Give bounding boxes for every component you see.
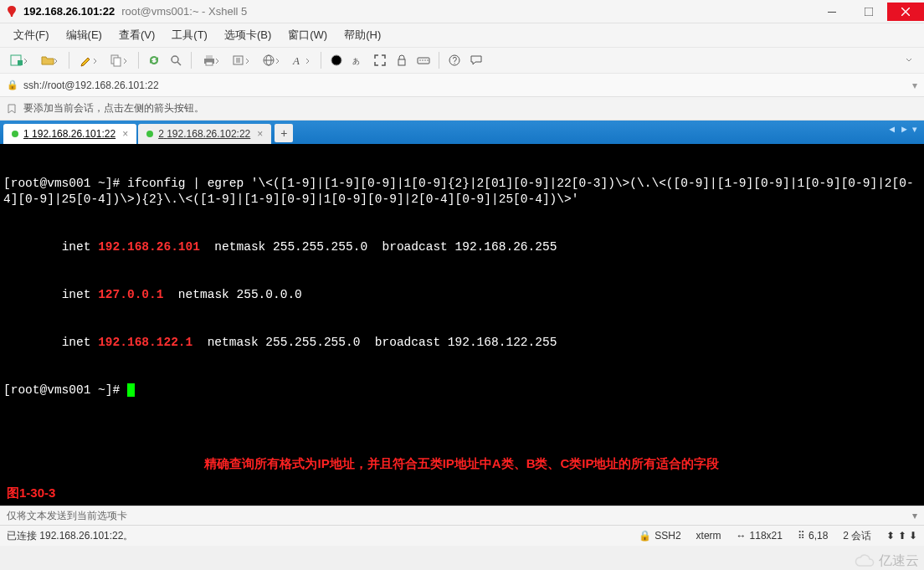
- svg-point-24: [422, 59, 423, 60]
- add-tab-button[interactable]: +: [275, 124, 293, 142]
- tab-label: 192.168.26.102:22: [167, 128, 250, 140]
- terminal-text: inet: [3, 288, 98, 301]
- session-tab-strip: 1 192.168.26.101:22 × 2 192.168.26.102:2…: [0, 121, 924, 144]
- edit-button[interactable]: [74, 50, 103, 70]
- cursor-icon: [127, 383, 135, 397]
- address-bar: 🔒 ssh://root@192.168.26.101:22 ▾: [0, 74, 924, 97]
- menu-tab[interactable]: 选项卡(B): [218, 26, 278, 44]
- send-bar-dropdown-button[interactable]: ▾: [912, 510, 917, 521]
- tab-next-button[interactable]: ►: [900, 124, 909, 135]
- bookmark-arrow-icon[interactable]: [7, 103, 18, 115]
- size-icon: ↔: [737, 530, 747, 542]
- session-tab-2[interactable]: 2 192.168.26.102:22 ×: [138, 124, 271, 144]
- watermark: 亿速云: [854, 552, 919, 570]
- terminal-text: inet: [3, 240, 98, 254]
- tab-label: 192.168.26.101:22: [32, 128, 116, 140]
- menu-help[interactable]: 帮助(H): [337, 26, 388, 44]
- svg-rect-12: [206, 62, 213, 65]
- menu-file[interactable]: 文件(F): [7, 26, 56, 44]
- lock-icon: 🔒: [639, 530, 651, 542]
- toolbar-separator: [321, 52, 321, 69]
- help-button[interactable]: ?: [444, 50, 465, 70]
- window-title-ip: 192.168.26.101:22: [23, 5, 115, 18]
- reconnect-button[interactable]: [144, 50, 164, 70]
- keymap-button[interactable]: [413, 50, 434, 70]
- status-terminal-type: xterm: [696, 530, 721, 542]
- status-bar: 已连接 192.168.26.101:22。 🔒SSH2 xterm ↔118x…: [0, 526, 924, 546]
- lock-button[interactable]: [392, 50, 412, 70]
- status-cursor: ⠿6,18: [798, 530, 828, 542]
- send-bar[interactable]: 仅将文本发送到当前选项卡 ▾: [0, 506, 924, 526]
- terminal[interactable]: [root@vms001 ~]# ifconfig | egrep '\<([1…: [0, 144, 924, 506]
- status-dot-icon: [12, 131, 18, 137]
- fullscreen-button[interactable]: [370, 50, 390, 70]
- terminal-text: inet: [3, 336, 98, 349]
- svg-rect-11: [206, 55, 213, 59]
- svg-line-9: [177, 62, 181, 65]
- menu-window[interactable]: 窗口(W): [281, 26, 334, 44]
- toolbar-separator: [191, 52, 192, 69]
- status-up-down-icons[interactable]: ⬍ ⬆ ⬇: [886, 530, 917, 542]
- tab-prev-button[interactable]: ◄: [887, 124, 896, 135]
- svg-point-8: [172, 56, 178, 63]
- svg-text:?: ?: [453, 56, 458, 65]
- terminal-prompt: [root@vms001 ~]#: [3, 383, 127, 397]
- svg-rect-0: [828, 12, 836, 13]
- svg-rect-1: [865, 8, 873, 16]
- send-bar-text: 仅将文本发送到当前选项卡: [7, 509, 127, 523]
- window-title-rest: root@vms001:~ - Xshell 5: [121, 5, 247, 18]
- svg-rect-21: [398, 59, 405, 65]
- status-protocol: 🔒SSH2: [639, 530, 680, 542]
- svg-point-23: [419, 59, 420, 60]
- tab-close-button[interactable]: ×: [257, 128, 263, 140]
- svg-rect-7: [114, 58, 121, 66]
- new-tab-button[interactable]: [5, 50, 33, 70]
- watermark-text: 亿速云: [879, 552, 919, 570]
- svg-point-25: [424, 59, 425, 60]
- toolbar-separator: [138, 52, 139, 69]
- maximize-button[interactable]: [850, 3, 887, 21]
- menu-bar: 文件(F) 编辑(E) 查看(V) 工具(T) 选项卡(B) 窗口(W) 帮助(…: [0, 23, 924, 47]
- file-transfer-button[interactable]: [227, 50, 255, 70]
- status-dot-icon: [146, 131, 153, 137]
- menu-tools[interactable]: 工具(T): [165, 26, 214, 44]
- status-sessions: 2 会话: [843, 529, 871, 543]
- menu-edit[interactable]: 编辑(E): [59, 26, 109, 44]
- close-button[interactable]: [887, 3, 924, 21]
- address-text[interactable]: ssh://root@192.168.26.101:22: [23, 80, 912, 91]
- svg-point-26: [427, 59, 428, 60]
- ip-address: 127.0.0.1: [98, 288, 163, 301]
- lock-icon: 🔒: [7, 80, 18, 90]
- toolbar-separator: [439, 52, 439, 69]
- title-bar: 192.168.26.101:22 root@vms001:~ - Xshell…: [0, 0, 924, 23]
- menu-view[interactable]: 查看(V): [112, 26, 162, 44]
- search-button[interactable]: [166, 50, 186, 70]
- tab-close-button[interactable]: ×: [122, 128, 128, 140]
- terminal-text: netmask 255.255.255.0 broadcast 192.168.…: [192, 336, 557, 349]
- svg-rect-5: [18, 60, 23, 65]
- tab-menu-button[interactable]: ▾: [912, 124, 917, 135]
- color-wheel-button[interactable]: [326, 50, 346, 70]
- copy-button[interactable]: [105, 50, 133, 70]
- globe-button[interactable]: [257, 50, 285, 70]
- minimize-button[interactable]: [814, 3, 850, 21]
- toolbar: A あ ?: [0, 47, 924, 74]
- font-button[interactable]: A: [287, 50, 316, 70]
- chat-button[interactable]: [466, 50, 486, 70]
- session-tab-1[interactable]: 1 192.168.26.101:22 ×: [3, 124, 136, 144]
- print-button[interactable]: [197, 50, 225, 70]
- hint-text: 要添加当前会话，点击左侧的箭头按钮。: [23, 101, 204, 116]
- grid-icon: ⠿: [798, 530, 805, 542]
- address-dropdown-button[interactable]: ▾: [912, 80, 917, 91]
- svg-text:あ: あ: [352, 57, 360, 65]
- status-size: ↔118x21: [737, 530, 783, 542]
- tab-index: 2: [158, 128, 164, 140]
- window-controls: [814, 3, 924, 21]
- terminal-line: [root@vms001 ~]# ifconfig | egrep '\<([1…: [3, 177, 914, 206]
- ip-address: 192.168.26.101: [98, 240, 200, 254]
- tab-nav-arrows: ◄ ► ▾: [887, 124, 917, 135]
- encoding-button[interactable]: あ: [348, 50, 368, 70]
- open-session-button[interactable]: [35, 50, 64, 70]
- toolbar-overflow-button[interactable]: [899, 50, 919, 70]
- tab-index: 1: [23, 128, 29, 140]
